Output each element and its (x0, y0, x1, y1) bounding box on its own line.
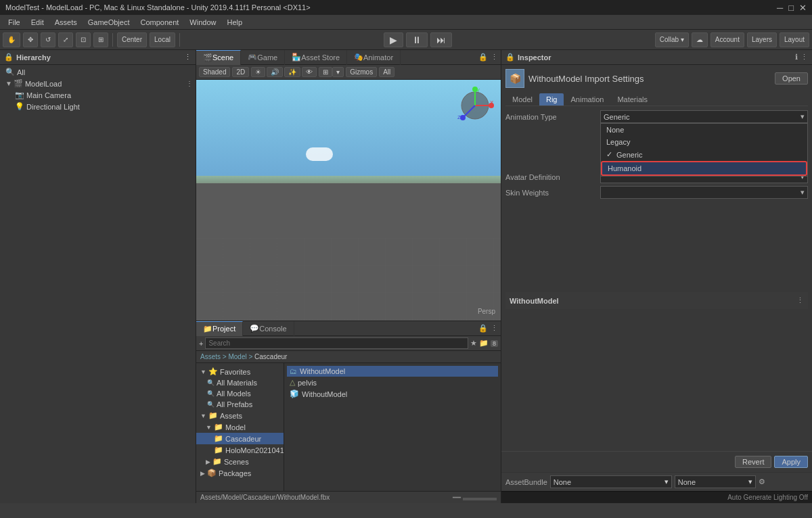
menu-help[interactable]: Help (221, 17, 248, 28)
light-toggle[interactable]: ☀ (251, 67, 265, 77)
mode-2d-btn[interactable]: 2D (232, 67, 249, 77)
favorites-group[interactable]: ▼ ⭐ Favorites (196, 366, 284, 377)
gizmos-btn[interactable]: Gizmos (346, 67, 377, 77)
rotate-tool[interactable]: ↺ (41, 32, 55, 47)
project-lock-icon[interactable]: 🔒 (478, 324, 488, 333)
tab-project[interactable]: 📁 Project (196, 321, 243, 336)
close-btn[interactable]: ✕ (799, 3, 807, 13)
assets-folder-icon: 📁 (208, 411, 218, 420)
without-model-menu-icon[interactable]: ⋮ (796, 296, 804, 305)
menu-file[interactable]: File (3, 17, 26, 28)
size-slider[interactable] (463, 498, 497, 500)
effects-toggle[interactable]: ✨ (284, 67, 300, 77)
tab-console[interactable]: 💬 Console (243, 321, 294, 336)
step-btn[interactable]: ⏭ (430, 32, 452, 47)
audio-toggle[interactable]: 🔊 (267, 67, 283, 77)
play-btn[interactable]: ▶ (384, 32, 403, 47)
scene-lock-icon[interactable]: 🔒 (478, 53, 488, 62)
menu-assets[interactable]: Assets (49, 17, 83, 28)
breadcrumb-assets[interactable]: Assets (200, 353, 221, 360)
option-humanoid[interactable]: Humanoid (601, 161, 807, 176)
tab-materials[interactable]: Materials (610, 93, 654, 105)
asset-bundle-settings-icon[interactable]: ⚙ (759, 477, 765, 486)
hierarchy-light-item[interactable]: 💡 Directional Light (0, 101, 196, 112)
all-models-item[interactable]: 🔍 All Models (196, 388, 284, 399)
add-icon[interactable]: + (199, 339, 203, 348)
hierarchy-lock-icon[interactable]: 🔒 (4, 53, 14, 62)
inspector-info-icon[interactable]: ℹ (795, 53, 798, 62)
packages-item[interactable]: ▶ 📦 Packages (196, 467, 284, 479)
cloud-btn[interactable]: ☁ (692, 32, 708, 47)
pause-btn[interactable]: ⏸ (406, 32, 428, 47)
viewport-gizmo[interactable]: X Y Z (455, 85, 495, 126)
breadcrumb-model[interactable]: Model (228, 353, 246, 360)
tab-rig[interactable]: Rig (539, 93, 564, 105)
hierarchy-camera-item[interactable]: 📷 Main Camera (0, 89, 196, 101)
file-withoutmodel-2[interactable]: 🧊 WithoutModel (287, 388, 498, 400)
window-controls[interactable]: ─ □ ✕ (777, 3, 807, 13)
collab-btn[interactable]: Collab ▾ (655, 32, 689, 47)
inspector-menu-icon[interactable]: ⋮ (800, 53, 808, 62)
maximize-btn[interactable]: □ (788, 3, 794, 13)
holomon-item[interactable]: 📁 HoloMon20210414 (196, 444, 284, 456)
asset-bundle-value2[interactable]: None ▾ (675, 475, 756, 488)
shading-dropdown[interactable]: Shaded (199, 67, 230, 77)
inspector-header-right: ℹ ⋮ (795, 53, 808, 62)
hierarchy-all-item[interactable]: 🔍 All (0, 66, 196, 78)
center-btn[interactable]: Center (117, 32, 147, 47)
revert-btn[interactable]: Revert (735, 456, 771, 468)
file-withoutmodel[interactable]: 🗂 WithoutModel (287, 366, 498, 377)
project-menu-icon[interactable]: ⋮ (491, 324, 498, 333)
account-btn[interactable]: Account (710, 32, 744, 47)
menu-gameobject[interactable]: GameObject (83, 17, 135, 28)
apply-btn[interactable]: Apply (774, 456, 808, 468)
cascadeur-item[interactable]: 📁 Cascadeur (196, 433, 284, 444)
menu-window[interactable]: Window (184, 17, 221, 28)
grid-btn[interactable]: ⊞ (319, 67, 332, 77)
tab-game[interactable]: 🎮 Game (241, 50, 285, 65)
hierarchy-menu-icon-2[interactable]: ⋮ (186, 80, 193, 87)
grid-arrow[interactable]: ▾ (332, 67, 344, 77)
file-pelvis[interactable]: △ pelvis (287, 377, 498, 388)
favorites-icon[interactable]: ★ (470, 339, 477, 348)
folder-icon[interactable]: 📁 (479, 339, 489, 348)
option-none[interactable]: None (601, 124, 807, 136)
layout-btn[interactable]: Layout (780, 32, 809, 47)
hierarchy-menu-icon[interactable]: ⋮ (184, 53, 191, 62)
favorites-label: Favorites (220, 368, 250, 376)
hierarchy-modelload-item[interactable]: ▼ 🎬 ModelLoad ⋮ (0, 78, 196, 89)
hand-tool[interactable]: ✋ (3, 32, 20, 47)
model-group[interactable]: ▼ 📁 Model (196, 421, 284, 433)
transform-tool[interactable]: ⊞ (93, 32, 108, 47)
move-tool[interactable]: ✥ (23, 32, 38, 47)
option-legacy[interactable]: Legacy (601, 136, 807, 148)
minimize-btn[interactable]: ─ (777, 3, 783, 13)
inspector-lock-icon[interactable]: 🔒 (505, 53, 515, 62)
scene-menu-icon[interactable]: ⋮ (491, 53, 498, 62)
tab-model[interactable]: Model (505, 93, 539, 105)
all-prefabs-item[interactable]: 🔍 All Prefabs (196, 399, 284, 410)
viewport[interactable]: X Y Z Persp (196, 80, 501, 321)
scenes-item[interactable]: ▶ 📁 Scenes (196, 456, 284, 467)
search-input[interactable] (205, 337, 468, 349)
tab-asset-store[interactable]: 🏪 Asset Store (285, 50, 347, 65)
option-generic[interactable]: Generic (601, 148, 807, 161)
skin-weights-value[interactable]: ▾ (600, 186, 808, 199)
rect-tool[interactable]: ⊡ (76, 32, 91, 47)
animation-type-value[interactable]: Generic ▾ (600, 110, 808, 123)
menu-component[interactable]: Component (135, 17, 184, 28)
layers-btn[interactable]: Layers (747, 32, 777, 47)
all-btn[interactable]: All (379, 67, 394, 77)
all-materials-item[interactable]: 🔍 All Materials (196, 377, 284, 388)
asset-bundle-value[interactable]: None ▾ (550, 475, 672, 488)
menu-edit[interactable]: Edit (26, 17, 49, 28)
inspector-open-btn[interactable]: Open (775, 72, 808, 85)
local-btn[interactable]: Local (150, 32, 175, 47)
tab-animation[interactable]: Animation (564, 93, 610, 105)
assets-group[interactable]: ▼ 📁 Assets (196, 410, 284, 421)
scale-tool[interactable]: ⤢ (58, 32, 73, 47)
svg-text:X: X (490, 99, 494, 105)
tab-animator[interactable]: 🎭 Animator (347, 50, 401, 65)
tab-scene[interactable]: 🎬 Scene (196, 50, 241, 65)
hidden-toggle[interactable]: 👁 (302, 67, 317, 77)
